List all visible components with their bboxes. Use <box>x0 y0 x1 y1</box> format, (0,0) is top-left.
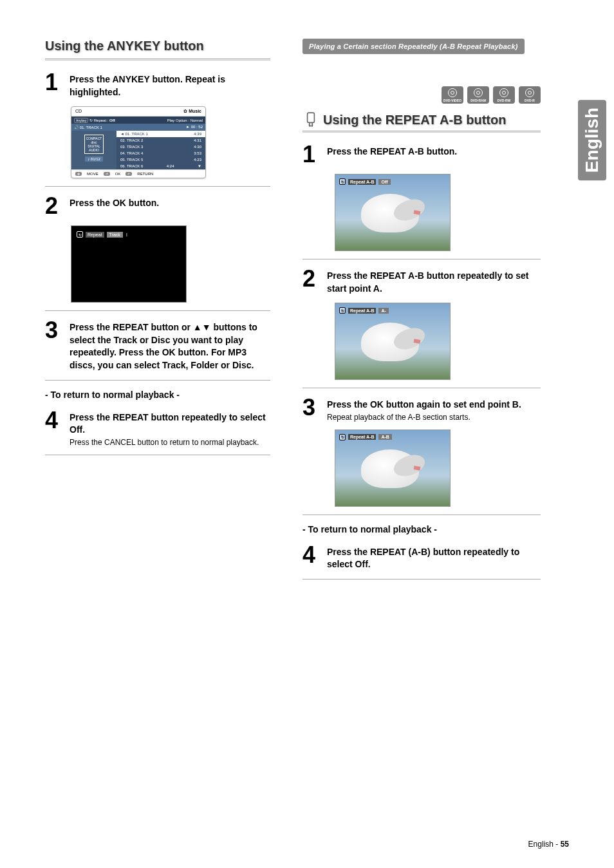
divider <box>45 186 270 187</box>
r-step-1-text: Press the REPEAT A-B button. <box>327 146 541 158</box>
music-icon: ✿ <box>183 109 187 113</box>
track-row: 03. TRACK 34:30 <box>116 144 205 150</box>
r-step-3-text: Press the OK button again to set end poi… <box>327 399 541 411</box>
divider <box>302 388 541 388</box>
disc-chip: DVD-RW <box>493 86 515 104</box>
return-normal-heading-r: - To return to normal playback - <box>302 524 541 534</box>
disc-chip: DVD-VIDEO <box>442 86 463 104</box>
preview-value: A- <box>378 308 388 314</box>
section-callout: Playing a Certain section Repeatedly (A-… <box>302 39 525 54</box>
return-icon: ↶ <box>126 172 132 176</box>
divider <box>302 579 541 580</box>
step-4-sub: Press the CANCEL button to return to nor… <box>70 438 270 447</box>
r-step-4: 4 Press the REPEAT (A-B) button repeated… <box>302 543 541 571</box>
left-column: Using the ANYKEY button 1 Press the ANYK… <box>45 39 270 587</box>
bird-image <box>361 194 419 232</box>
osd-track-list: ◄ 01. TRACK 14:39 02. TRACK 24:31 03. TR… <box>116 131 205 169</box>
divider <box>45 59 270 61</box>
disc-icon <box>474 88 483 97</box>
move-icon: ✥ <box>75 172 82 176</box>
osd-cd-list: CD ✿ Music Anykey ↻ Repeat : Off Play Op… <box>71 106 206 178</box>
step-4: 4 Press the REPEAT button repeatedly to … <box>45 409 270 447</box>
preview-value: Off <box>378 179 390 185</box>
osd-left-pane: COMPACTdiscDIGITAL AUDIO ♪ 01/12 <box>71 131 116 169</box>
disc-icon <box>448 88 457 97</box>
step-4-text: Press the REPEAT button repeatedly to se… <box>70 411 270 437</box>
step-3: 3 Press the REPEAT button or ▲▼ buttons … <box>45 319 270 372</box>
divider <box>45 310 270 311</box>
osd-ok: OK <box>115 172 121 176</box>
section-title-repeat-ab: Using the REPEAT A-B button <box>323 113 506 127</box>
bird-image <box>361 449 419 488</box>
bird-image <box>361 323 419 361</box>
preview-ab-off: ↻Repeat A-BOff <box>335 174 451 251</box>
step-number: 4 <box>45 409 63 447</box>
track-row: ◄ 01. TRACK 14:39 <box>116 131 205 137</box>
repeat-icon: ↻ <box>339 307 346 314</box>
preview-ab-ab: ↻Repeat A-BA-B <box>335 429 451 507</box>
r-step-2-text: Press the REPEAT A-B button repeatedly t… <box>327 270 541 295</box>
disc-type-row: DVD-VIDEO DVD-RAM DVD-RW DVD-R <box>302 86 541 104</box>
preview-value: Track <box>107 232 123 238</box>
track-row: 06. TRACK 64:24▼ <box>116 163 205 169</box>
divider <box>45 455 270 455</box>
step-number: 2 <box>302 267 321 295</box>
preview-repeat-track: ↻ Repeat Track ↕ <box>71 225 187 303</box>
osd-time: 00 : 52 <box>191 125 203 129</box>
repeat-icon: ↻ <box>339 434 346 440</box>
disc-chip: DVD-RAM <box>467 86 489 104</box>
osd-repeat-value: Off <box>109 118 115 122</box>
hand-remote-icon <box>302 111 319 128</box>
r-step-3-sub: Repeat playback of the A-B section start… <box>327 413 541 422</box>
language-tab: English <box>578 100 606 180</box>
page: Using the ANYKEY button 1 Press the ANYK… <box>0 0 614 607</box>
anykey-chip: Anykey <box>74 118 88 123</box>
divider <box>302 131 541 133</box>
preview-label: Repeat <box>86 232 104 238</box>
divider <box>45 380 270 381</box>
section-title-anykey: Using the ANYKEY button <box>45 39 270 53</box>
step-2: 2 Press the OK button. <box>45 194 270 218</box>
r-step-3: 3 Press the OK button again to set end p… <box>302 396 541 422</box>
divider <box>302 514 541 515</box>
disc-chip: DVD-R <box>519 86 541 104</box>
compact-disc-icon: COMPACTdiscDIGITAL AUDIO <box>84 135 104 154</box>
step-number: 1 <box>302 143 321 166</box>
preview-value: A-B <box>378 434 391 440</box>
osd-repeat-label: Repeat : <box>94 118 109 122</box>
step-number: 3 <box>302 396 321 422</box>
osd-header-left: CD <box>75 109 82 114</box>
preview-label: Repeat A-B <box>348 308 376 314</box>
step-2-text: Press the OK button. <box>70 197 270 210</box>
repeat-icon: ↻ <box>89 118 93 122</box>
osd-return: RETURN <box>137 172 153 176</box>
preview-label: Repeat A-B <box>348 179 376 185</box>
disc-icon <box>499 88 508 97</box>
step-number: 3 <box>45 319 63 372</box>
preview-label: Repeat A-B <box>348 434 376 440</box>
disc-icon <box>525 88 534 97</box>
r-step-1: 1 Press the REPEAT A-B button. <box>302 143 541 166</box>
track-row: 05. TRACK 54:23 <box>116 156 205 163</box>
return-normal-heading: - To return to normal playback - <box>45 390 270 400</box>
track-count-badge: ♪ 01/12 <box>85 156 103 162</box>
repeat-icon: ↻ <box>77 231 83 238</box>
osd-play-option: Play Option : Normal <box>167 118 203 122</box>
osd-now-playing: 01. TRACK 1 <box>80 126 102 129</box>
ok-icon: ⏎ <box>104 172 110 176</box>
updown-icon: ↕ <box>126 232 128 238</box>
step-3-text: Press the REPEAT button or ▲▼ buttons to… <box>70 321 270 372</box>
track-row: 04. TRACK 43:53 <box>116 150 205 156</box>
preview-ab-a: ↻Repeat A-BA- <box>335 303 451 380</box>
step-number: 4 <box>302 543 321 571</box>
osd-move: MOVE <box>87 172 98 176</box>
right-column: Playing a Certain section Repeatedly (A-… <box>302 39 541 587</box>
page-footer: English - 55 <box>528 840 569 849</box>
repeat-icon: ↻ <box>339 178 346 185</box>
r-step-4-text: Press the REPEAT (A-B) button repeatedly… <box>327 546 541 571</box>
osd-header-right: Music <box>189 109 201 113</box>
step-1: 1 Press the ANYKEY button. Repeat is hig… <box>45 71 270 99</box>
step-number: 2 <box>45 194 63 218</box>
r-step-2: 2 Press the REPEAT A-B button repeatedly… <box>302 267 541 295</box>
step-1-text: Press the ANYKEY button. Repeat is highl… <box>70 73 270 99</box>
